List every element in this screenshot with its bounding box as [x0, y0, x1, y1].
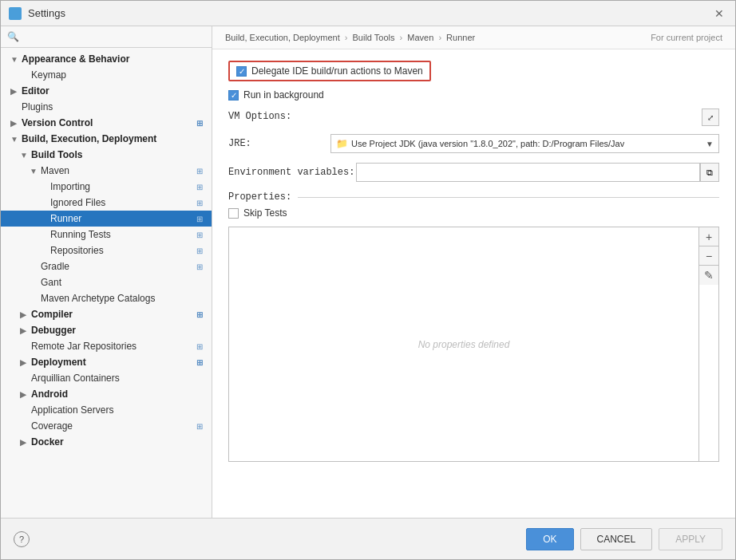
breadcrumb-sep-3: › — [438, 33, 441, 42]
close-button[interactable]: ✕ — [711, 6, 727, 22]
background-label: Run in background — [243, 89, 324, 101]
expand-arrow: ▼ — [30, 167, 38, 175]
title-bar: Settings ✕ — [1, 1, 735, 26]
sidebar-item-keymap[interactable]: ▶ Keymap — [1, 67, 212, 83]
sidebar-item-label: Gant — [41, 277, 61, 288]
sidebar-item-editor[interactable]: ▶ Editor — [1, 83, 212, 99]
settings-window: Settings ✕ 🔍 ▼ Appearance & Behavior ▶ K… — [0, 0, 736, 560]
sidebar-item-plugins[interactable]: ▶ Plugins — [1, 99, 212, 115]
sidebar-item-app-servers[interactable]: ▶ Application Servers — [1, 402, 212, 418]
file-icon: ⊞ — [194, 357, 205, 368]
remove-property-button[interactable]: − — [699, 246, 718, 266]
vm-options-row: VM Options: ⤢ — [228, 108, 719, 126]
expand-arrow: ▶ — [20, 358, 28, 367]
right-panel: Build, Execution, Deployment › Build Too… — [212, 26, 735, 518]
properties-toolbar: + − ✎ — [699, 227, 719, 462]
file-icon: ⊞ — [194, 420, 205, 432]
sidebar-item-label: Maven Archetype Catalogs — [41, 293, 155, 304]
sidebar-item-build-tools[interactable]: ▼ Build Tools — [1, 147, 212, 163]
jre-field[interactable]: 📁 Use Project JDK (java version "1.8.0_2… — [330, 134, 719, 153]
expand-arrow: ▼ — [20, 151, 28, 160]
ok-button[interactable]: OK — [526, 528, 573, 550]
sidebar-item-label: Deployment — [31, 357, 86, 368]
vm-options-field-area: ⤢ — [330, 108, 719, 126]
file-icon: ⊞ — [194, 309, 205, 320]
sidebar-item-label: Importing — [50, 181, 90, 192]
no-properties-text: No properties defined — [418, 339, 510, 350]
sidebar: 🔍 ▼ Appearance & Behavior ▶ Keymap ▶ Edi… — [1, 26, 212, 518]
sidebar-item-label: Build, Execution, Deployment — [22, 133, 156, 144]
vm-options-label: VM Options: — [228, 108, 324, 122]
sidebar-item-ignored-files[interactable]: ▶ Ignored Files ⊞ — [1, 195, 212, 211]
sidebar-item-appearance[interactable]: ▼ Appearance & Behavior — [1, 51, 212, 67]
sidebar-item-version-control[interactable]: ▶ Version Control ⊞ — [1, 115, 212, 131]
apply-button[interactable]: APPLY — [659, 528, 722, 550]
sidebar-item-label: Compiler — [31, 309, 73, 320]
search-input[interactable] — [22, 31, 205, 42]
file-icon: ⊞ — [194, 341, 205, 352]
for-current-project: For current project — [651, 33, 722, 42]
sidebar-item-label: Version Control — [22, 117, 93, 128]
sidebar-item-label: Maven — [41, 165, 69, 176]
add-property-button[interactable]: + — [699, 227, 718, 246]
expand-arrow: ▼ — [10, 135, 18, 144]
skip-tests-checkbox[interactable] — [228, 208, 239, 219]
properties-label: Properties: — [228, 191, 291, 203]
properties-section: Properties: Skip Tests No properties def… — [228, 191, 719, 462]
background-checkbox-wrapper: ✓ Run in background — [228, 89, 324, 101]
sidebar-item-runner[interactable]: ▶ Runner ⊞ — [1, 211, 212, 227]
env-vars-row: Environment variables: ⧉ — [228, 163, 719, 182]
sidebar-item-importing[interactable]: ▶ Importing ⊞ — [1, 179, 212, 195]
sidebar-item-deployment[interactable]: ▶ Deployment ⊞ — [1, 354, 212, 370]
env-vars-field[interactable] — [356, 163, 700, 182]
help-button[interactable]: ? — [14, 531, 30, 547]
expand-arrow: ▶ — [20, 438, 28, 447]
sidebar-item-label: Android — [31, 388, 68, 400]
sidebar-item-label: Keymap — [31, 69, 66, 81]
breadcrumb-segment-2: Build Tools — [352, 33, 394, 42]
file-icon: ⊞ — [194, 181, 205, 192]
sidebar-tree: ▼ Appearance & Behavior ▶ Keymap ▶ Edito… — [1, 48, 212, 518]
sidebar-item-docker[interactable]: ▶ Docker — [1, 434, 212, 450]
vm-expand-button[interactable]: ⤢ — [702, 108, 719, 126]
sidebar-item-label: Arquillian Containers — [31, 373, 120, 384]
sidebar-item-label: Editor — [22, 85, 49, 97]
skip-tests-wrapper: Skip Tests — [228, 207, 287, 219]
sidebar-item-label: Ignored Files — [50, 197, 105, 208]
sidebar-item-running-tests[interactable]: ▶ Running Tests ⊞ — [1, 227, 212, 243]
background-checkbox[interactable]: ✓ — [228, 90, 239, 101]
sidebar-item-android[interactable]: ▶ Android — [1, 386, 212, 402]
panel-body: ✓ Delegate IDE build/run actions to Mave… — [212, 49, 735, 518]
sidebar-item-label: Appearance & Behavior — [22, 53, 129, 65]
env-copy-button[interactable]: ⧉ — [700, 163, 719, 182]
sidebar-item-remote-jar[interactable]: ▶ Remote Jar Repositories ⊞ — [1, 338, 212, 354]
skip-tests-row: Skip Tests — [228, 207, 719, 219]
breadcrumb-segment-3: Maven — [407, 33, 433, 42]
properties-label-row: Properties: — [228, 191, 719, 203]
svg-rect-1 — [12, 10, 15, 14]
edit-property-button[interactable]: ✎ — [699, 266, 718, 285]
sidebar-item-maven-archetype[interactable]: ▶ Maven Archetype Catalogs — [1, 290, 212, 306]
sidebar-item-gant[interactable]: ▶ Gant — [1, 274, 212, 290]
sidebar-item-label: Running Tests — [50, 229, 111, 240]
file-icon: ⊞ — [194, 245, 205, 256]
breadcrumb-sep-1: › — [345, 33, 348, 42]
breadcrumb: Build, Execution, Deployment › Build Too… — [225, 33, 475, 42]
sidebar-item-compiler[interactable]: ▶ Compiler ⊞ — [1, 306, 212, 322]
sidebar-item-maven[interactable]: ▼ Maven ⊞ — [1, 163, 212, 179]
sidebar-item-build-execution[interactable]: ▼ Build, Execution, Deployment — [1, 131, 212, 147]
sidebar-item-label: Plugins — [22, 101, 53, 112]
sidebar-item-arquillian[interactable]: ▶ Arquillian Containers — [1, 370, 212, 386]
sidebar-item-label: Coverage — [31, 420, 73, 432]
properties-box: No properties defined — [228, 227, 699, 462]
sidebar-item-debugger[interactable]: ▶ Debugger — [1, 322, 212, 338]
jre-folder-icon: 📁 — [336, 138, 348, 149]
sidebar-item-label: Runner — [50, 213, 81, 224]
jre-label: JRE: — [228, 138, 324, 149]
sidebar-item-coverage[interactable]: ▶ Coverage ⊞ — [1, 418, 212, 434]
file-icon: ⊞ — [194, 165, 205, 176]
sidebar-item-gradle[interactable]: ▶ Gradle ⊞ — [1, 258, 212, 274]
cancel-button[interactable]: CANCEL — [580, 528, 653, 550]
sidebar-item-repositories[interactable]: ▶ Repositories ⊞ — [1, 243, 212, 258]
delegate-checkbox[interactable]: ✓ — [236, 66, 247, 77]
